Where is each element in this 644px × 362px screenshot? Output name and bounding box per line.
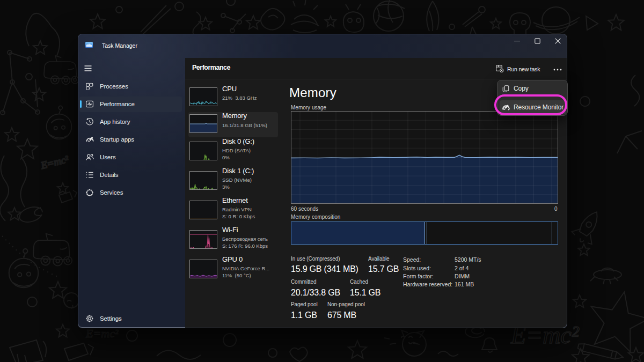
svg-text:E=mc²: E=mc² [39, 153, 70, 171]
svg-text:E=mc²: E=mc² [85, 327, 119, 340]
